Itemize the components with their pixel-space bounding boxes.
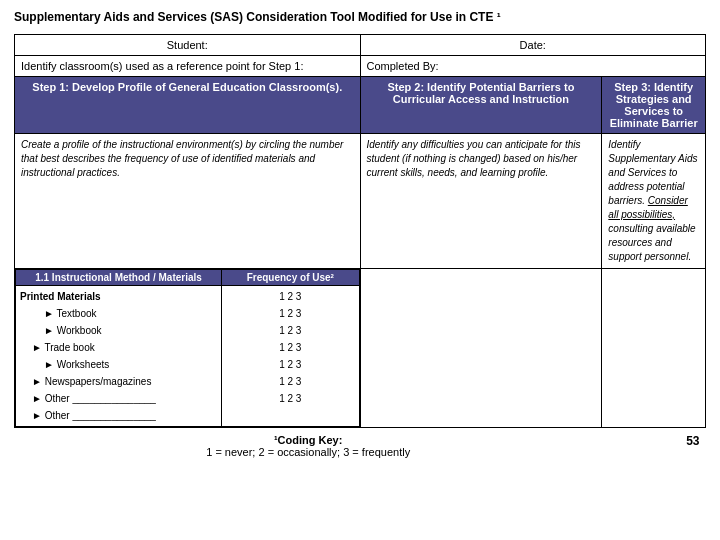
- step1-instruction-cell: Create a profile of the instructional en…: [15, 133, 361, 268]
- materials-header: 1.1 Instructional Method / Materials: [16, 269, 222, 285]
- materials-data-row: Printed Materials ► Textbook ► Workbook …: [16, 285, 360, 426]
- freq-numbers: 1 2 3 1 2 3 1 2 3 1 2 3 1 2 3 1 2 3 1 2 …: [226, 288, 354, 407]
- content-row: 1.1 Instructional Method / Materials Fre…: [15, 268, 706, 427]
- printed-materials-label: Printed Materials ► Textbook ► Workbook …: [20, 288, 217, 424]
- completed-by-label: Completed By:: [367, 60, 439, 72]
- step3-instruction-cell: Identify Supplementary Aids and Services…: [602, 133, 706, 268]
- item-tradebook: ► Trade book: [20, 339, 217, 356]
- identify-cell: Identify classroom(s) used as a referenc…: [15, 55, 361, 76]
- step3-header: Step 3: Identify Strategies and Services…: [602, 76, 706, 133]
- item-workbook: ► Workbook: [20, 322, 217, 339]
- student-cell: Student:: [15, 34, 361, 55]
- instruction-row: Create a profile of the instructional en…: [15, 133, 706, 268]
- step3-content-cell: [602, 268, 706, 427]
- identify-label: Identify classroom(s) used as a referenc…: [21, 60, 303, 72]
- student-label: Student:: [167, 39, 208, 51]
- identify-row: Identify classroom(s) used as a referenc…: [15, 55, 706, 76]
- item-other2: ► Other _______________: [20, 407, 217, 424]
- step2-header-text: Step 2: Identify Potential Barriers to C…: [387, 81, 574, 105]
- student-date-row: Student: Date:: [15, 34, 706, 55]
- page-title: Supplementary Aids and Services (SAS) Co…: [14, 10, 706, 26]
- materials-table: 1.1 Instructional Method / Materials Fre…: [15, 269, 360, 427]
- freq-numbers-cell: 1 2 3 1 2 3 1 2 3 1 2 3 1 2 3 1 2 3 1 2 …: [222, 285, 359, 426]
- item-other1: ► Other _______________: [20, 390, 217, 407]
- freq-header: Frequency of Use²: [222, 269, 359, 285]
- step1-instruction: Create a profile of the instructional en…: [21, 138, 354, 180]
- page-number-cell: 53: [602, 427, 706, 462]
- freq-header-text: Frequency of Use²: [247, 272, 334, 283]
- step3-instruction: Identify Supplementary Aids and Services…: [608, 138, 699, 264]
- completed-by-cell: Completed By:: [360, 55, 706, 76]
- materials-list-cell: Printed Materials ► Textbook ► Workbook …: [16, 285, 222, 426]
- step2-content-cell: [360, 268, 602, 427]
- printed-materials-title: Printed Materials: [20, 288, 217, 305]
- step1-header: Step 1: Develop Profile of General Educa…: [15, 76, 361, 133]
- footer-row: ¹Coding Key: 1 = never; 2 = occasionally…: [15, 427, 706, 462]
- item-newspapers: ► Newspapers/magazines: [20, 373, 217, 390]
- coding-desc: 1 = never; 2 = occasionally; 3 = frequen…: [206, 446, 410, 458]
- step2-instruction: Identify any difficulties you can antici…: [367, 138, 596, 180]
- sub-header-row: 1.1 Instructional Method / Materials Fre…: [16, 269, 360, 285]
- date-cell: Date:: [360, 34, 706, 55]
- coding-key-cell: ¹Coding Key: 1 = never; 2 = occasionally…: [15, 427, 602, 462]
- item-textbook: ► Textbook: [20, 305, 217, 322]
- coding-key-label: ¹Coding Key:: [274, 434, 342, 446]
- main-table: Student: Date: Identify classroom(s) use…: [14, 34, 706, 462]
- step2-header: Step 2: Identify Potential Barriers to C…: [360, 76, 602, 133]
- step-headers-row: Step 1: Develop Profile of General Educa…: [15, 76, 706, 133]
- date-label: Date:: [520, 39, 546, 51]
- item-worksheets: ► Worksheets: [20, 356, 217, 373]
- step1-header-text: Step 1: Develop Profile of General Educa…: [32, 81, 342, 93]
- materials-cell: 1.1 Instructional Method / Materials Fre…: [15, 268, 361, 427]
- materials-header-text: 1.1 Instructional Method / Materials: [35, 272, 202, 283]
- step3-header-text: Step 3: Identify Strategies and Services…: [610, 81, 698, 129]
- page-number: 53: [686, 434, 699, 448]
- step2-instruction-cell: Identify any difficulties you can antici…: [360, 133, 602, 268]
